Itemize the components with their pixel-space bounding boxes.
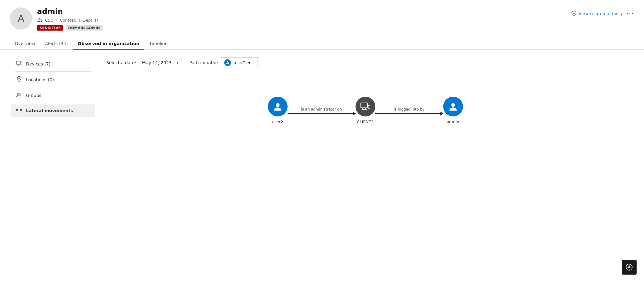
main-content: Select a date: May 14, 2023 ▾ Path initi… bbox=[96, 50, 634, 270]
node-client2-circle bbox=[356, 97, 375, 116]
user-org: Contoso bbox=[60, 18, 76, 23]
user-meta: CSO | Contoso | Dept: IT bbox=[37, 17, 103, 23]
sidebar-item-devices[interactable]: Devices (7) bbox=[11, 58, 95, 70]
svg-point-19 bbox=[16, 109, 18, 111]
edge-line-2 bbox=[375, 113, 443, 114]
sidebar-item-locations[interactable]: Locations (0) bbox=[11, 73, 95, 86]
user-dept: Dept: IT bbox=[82, 18, 99, 23]
graph-nodes: user2 is an administrator on bbox=[268, 97, 463, 124]
tab-observed[interactable]: Observed in organization bbox=[73, 38, 144, 50]
date-filter-label: Select a date: bbox=[106, 60, 136, 65]
edge-line-1 bbox=[288, 113, 356, 114]
content-area: Devices (7) Locations (0) Gr bbox=[0, 50, 644, 270]
lateral-icon bbox=[16, 107, 22, 114]
badges: SENSITIVE DOMAIN ADMIN bbox=[37, 25, 103, 31]
svg-rect-22 bbox=[361, 103, 368, 108]
initiator-select[interactable]: A user2 ▾ bbox=[221, 57, 258, 68]
filters-row: Select a date: May 14, 2023 ▾ Path initi… bbox=[106, 57, 624, 68]
node-admin-circle bbox=[443, 97, 463, 116]
tab-overview[interactable]: Overview bbox=[10, 38, 40, 50]
groups-icon bbox=[16, 92, 22, 99]
sidebar-item-groups-label: Groups bbox=[26, 93, 41, 98]
initiator-filter-group: Path initiator: A user2 ▾ bbox=[189, 57, 258, 68]
svg-point-17 bbox=[17, 93, 19, 95]
header: A admin CSO bbox=[0, 0, 644, 31]
more-options-button[interactable]: ··· bbox=[626, 10, 634, 17]
svg-point-27 bbox=[451, 103, 455, 107]
sidebar: Devices (7) Locations (0) Gr bbox=[10, 50, 96, 270]
badge-sensitive: SENSITIVE bbox=[37, 25, 63, 31]
svg-rect-1 bbox=[37, 21, 39, 22]
node-client2-label: CLIENT2 bbox=[357, 120, 373, 124]
node-client2[interactable]: CLIENT2 bbox=[356, 97, 375, 124]
date-select-value: May 14, 2023 bbox=[142, 60, 172, 65]
node-admin[interactable]: admin bbox=[443, 97, 463, 124]
node-user2-circle bbox=[268, 97, 288, 116]
user-role: CSO bbox=[45, 18, 54, 23]
edge-label-2: is logged into by bbox=[394, 107, 425, 112]
header-info: admin CSO | bbox=[37, 7, 103, 31]
node-user2[interactable]: user2 bbox=[268, 97, 288, 124]
view-related-activity-button[interactable]: View related activity bbox=[571, 11, 623, 17]
svg-point-18 bbox=[20, 93, 21, 95]
devices-icon bbox=[16, 61, 22, 67]
sidebar-separator-3 bbox=[15, 103, 91, 103]
date-select[interactable]: May 14, 2023 ▾ bbox=[139, 58, 182, 67]
svg-rect-2 bbox=[39, 21, 40, 22]
date-filter-group: Select a date: May 14, 2023 ▾ bbox=[106, 58, 182, 67]
sidebar-separator-1 bbox=[15, 71, 91, 72]
tab-timeline[interactable]: Timeline bbox=[144, 38, 173, 50]
user-name: admin bbox=[37, 7, 103, 16]
node-admin-label: admin bbox=[447, 120, 459, 124]
sidebar-item-lateral-label: Lateral movements bbox=[26, 108, 73, 113]
svg-rect-26 bbox=[368, 105, 370, 108]
svg-rect-3 bbox=[41, 21, 42, 22]
sidebar-item-groups[interactable]: Groups bbox=[11, 89, 95, 102]
sidebar-item-lateral[interactable]: Lateral movements bbox=[11, 104, 95, 117]
edge-client2-admin: is logged into by bbox=[375, 107, 443, 114]
locations-icon bbox=[16, 76, 22, 83]
svg-point-16 bbox=[19, 78, 20, 79]
header-left: A admin CSO bbox=[10, 7, 103, 31]
help-button[interactable] bbox=[622, 260, 637, 270]
tabs-bar: Overview Alerts (34) Observed in organiz… bbox=[0, 31, 644, 50]
svg-point-10 bbox=[573, 13, 575, 14]
svg-point-29 bbox=[628, 266, 630, 268]
sidebar-item-devices-label: Devices (7) bbox=[26, 61, 50, 66]
tab-alerts[interactable]: Alerts (34) bbox=[40, 38, 73, 50]
svg-rect-15 bbox=[21, 62, 22, 64]
svg-rect-11 bbox=[16, 61, 21, 64]
edge-label-1: is an administrator on bbox=[301, 107, 342, 112]
svg-point-21 bbox=[276, 103, 280, 107]
initiator-select-value: user2 bbox=[234, 60, 246, 65]
edge-user2-client2: is an administrator on bbox=[288, 107, 356, 114]
lateral-movement-graph: user2 is an administrator on bbox=[106, 78, 624, 143]
badge-domain-admin: DOMAIN ADMIN bbox=[66, 25, 103, 31]
initiator-chevron-icon: ▾ bbox=[248, 60, 250, 65]
org-icon bbox=[37, 17, 43, 23]
date-chevron-icon: ▾ bbox=[177, 61, 179, 65]
initiator-avatar: A bbox=[224, 59, 231, 66]
node-user2-label: user2 bbox=[272, 120, 283, 124]
svg-rect-0 bbox=[39, 18, 40, 19]
sidebar-separator-2 bbox=[15, 88, 91, 88]
avatar: A bbox=[10, 7, 32, 30]
sidebar-item-locations-label: Locations (0) bbox=[26, 77, 54, 82]
related-activity-icon bbox=[571, 11, 577, 17]
header-right: View related activity ··· bbox=[571, 7, 634, 17]
initiator-filter-label: Path initiator: bbox=[189, 60, 218, 65]
